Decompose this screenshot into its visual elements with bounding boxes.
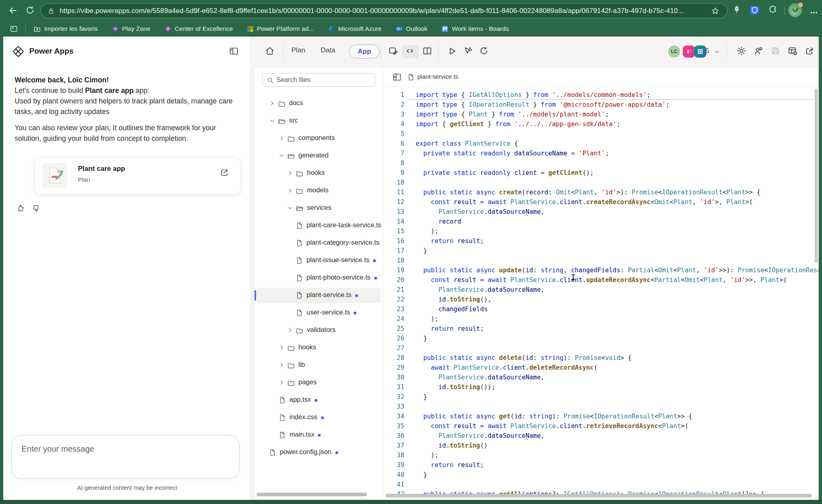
chevron-right-icon[interactable]: [278, 379, 285, 386]
tree-item-docs[interactable]: docs: [257, 96, 381, 111]
tree-item-index.css[interactable]: index.css: [257, 410, 381, 425]
code-line[interactable]: 24 );: [383, 314, 818, 324]
code-line[interactable]: 40 }: [383, 470, 818, 480]
refresh-icon[interactable]: [479, 46, 490, 57]
chevron-down-icon[interactable]: [287, 205, 293, 211]
code-line[interactable]: 12 const result = await PlantService.cli…: [383, 197, 818, 207]
code-line[interactable]: 1import type { IGetAllOptions } from '..…: [383, 90, 818, 100]
tab-plan[interactable]: Plan: [291, 46, 305, 54]
tree-item-generated[interactable]: generated: [257, 148, 381, 164]
feedback-icon[interactable]: [753, 46, 765, 57]
chevron-right-icon[interactable]: [278, 362, 285, 368]
code-line[interactable]: 6export class PlantService {: [383, 139, 818, 149]
bookmark-item[interactable]: Work items - Boards: [441, 25, 509, 32]
tree-item-user-service.ts[interactable]: user-service.ts: [257, 305, 381, 321]
code-line[interactable]: 25 return result;: [383, 324, 818, 334]
bookmark-item[interactable]: Importer les favoris: [33, 25, 98, 33]
code-line[interactable]: 3import type { Plant } from '../models/p…: [383, 110, 818, 119]
code-line[interactable]: 18: [383, 256, 818, 265]
code-line[interactable]: 10: [383, 178, 818, 187]
split-view-icon[interactable]: [422, 46, 434, 57]
editor-vertical-scrollbar[interactable]: [815, 88, 818, 263]
code-line[interactable]: 29 await PlantService.client.deleteRecor…: [383, 363, 818, 373]
chevron-down-icon[interactable]: [278, 153, 285, 159]
code-line[interactable]: 33: [383, 402, 818, 411]
tree-item-models[interactable]: models: [257, 183, 381, 198]
collapse-explorer-icon[interactable]: [392, 72, 402, 82]
chevron-right-icon[interactable]: [287, 170, 293, 176]
code-line[interactable]: 5: [383, 129, 818, 139]
badge-count[interactable]: 5: [705, 47, 709, 55]
thumbs-down-icon[interactable]: [32, 204, 41, 213]
code-line[interactable]: 8: [383, 158, 818, 168]
tree-item-validators[interactable]: validators: [257, 323, 381, 338]
code-area[interactable]: 1import type { IGetAllOptions } from '..…: [383, 87, 818, 500]
bookmark-item[interactable]: Microsoft Azure: [328, 25, 382, 32]
code-line[interactable]: 26 }: [383, 334, 818, 343]
thumbs-up-icon[interactable]: [16, 204, 25, 213]
code-line[interactable]: 15 );: [383, 226, 818, 236]
bookmark-item[interactable]: Play Zone: [112, 25, 151, 32]
editor-tab-title[interactable]: plant-service.ts: [417, 73, 458, 80]
code-line[interactable]: 38 );: [383, 450, 818, 460]
browser-menu-icon[interactable]: [809, 8, 818, 17]
chevron-right-icon[interactable]: [287, 187, 293, 194]
bookmarks-sidebar-icon[interactable]: [10, 25, 18, 33]
bookmark-item[interactable]: Outlook: [395, 25, 427, 32]
tree-item-plant-category-service.ts[interactable]: plant-category-service.ts: [257, 235, 381, 251]
chevron-right-icon[interactable]: [278, 345, 285, 351]
settings-gear-icon[interactable]: [736, 46, 748, 57]
browser-profile-avatar[interactable]: [788, 3, 802, 17]
code-line[interactable]: 28 public static async delete(id: string…: [383, 353, 818, 363]
bitwarden-extension-icon[interactable]: [749, 5, 761, 16]
tree-item-services[interactable]: services: [257, 200, 381, 216]
chevron-down-icon[interactable]: [714, 49, 720, 55]
code-line[interactable]: 9 private static readonly client = getCl…: [383, 168, 818, 178]
code-line[interactable]: 22 id.toString(),: [383, 295, 818, 304]
tree-item-plant-care-task-service.ts[interactable]: plant-care-task-service.ts: [257, 218, 381, 233]
code-line[interactable]: 4import { getClient } from '../../../app…: [383, 119, 818, 129]
code-line[interactable]: 30 PlantService.dataSourceName,: [383, 373, 818, 382]
code-line[interactable]: 2import type { IOperationResult } from '…: [383, 100, 818, 110]
chevron-down-icon[interactable]: [269, 118, 275, 124]
rocket-extension-icon[interactable]: [731, 5, 743, 16]
tree-item-src[interactable]: src: [257, 113, 381, 129]
address-bar[interactable]: https://vibe.powerapps.com/e/5589a4ed-5d…: [41, 3, 727, 18]
bookmark-item[interactable]: Center of Excellence: [164, 25, 233, 32]
ai-select-cursor-icon[interactable]: [463, 46, 474, 57]
code-line[interactable]: 34 public static async get(id: string): …: [383, 411, 818, 421]
tree-item-components[interactable]: components: [257, 131, 381, 146]
add-table-icon[interactable]: [787, 46, 799, 57]
code-line[interactable]: 19 public static async update(id: string…: [383, 265, 818, 275]
bookmark-star-icon[interactable]: [711, 6, 720, 15]
share-icon[interactable]: [805, 46, 816, 57]
message-composer[interactable]: [11, 435, 239, 479]
message-input[interactable]: [22, 442, 229, 456]
tree-item-plant-photo-service.ts[interactable]: plant-photo-service.ts: [257, 270, 381, 286]
tree-item-pages[interactable]: pages: [257, 375, 381, 390]
code-line[interactable]: 41: [383, 480, 818, 489]
table-grid-badge-icon[interactable]: [694, 45, 706, 58]
code-view-icon[interactable]: [405, 46, 416, 57]
code-line[interactable]: 23 changedFields: [383, 304, 818, 314]
design-view-icon[interactable]: [388, 46, 399, 57]
chevron-right-icon[interactable]: [269, 100, 275, 106]
play-preview-icon[interactable]: [447, 46, 458, 57]
tree-item-app.tsx[interactable]: app.tsx: [257, 392, 381, 408]
search-input[interactable]: [276, 75, 371, 85]
file-search[interactable]: [262, 73, 375, 87]
code-line[interactable]: 7 private static readonly dataSourceName…: [383, 149, 818, 158]
code-line[interactable]: 21 PlantService.dataSourceName,: [383, 285, 818, 295]
tree-item-plant-issue-service.ts[interactable]: plant-issue-service.ts: [257, 253, 381, 268]
code-line[interactable]: 32 }: [383, 392, 818, 402]
bookmark-item[interactable]: Power Platform ad...: [247, 25, 314, 32]
back-button[interactable]: [7, 5, 18, 16]
tab-data[interactable]: Data: [321, 46, 335, 54]
chevron-right-icon[interactable]: [287, 327, 293, 333]
files-horizontal-scrollbar[interactable]: [257, 493, 367, 496]
home-icon[interactable]: [265, 46, 276, 57]
plan-card[interactable]: Plant care app Plan: [35, 157, 241, 194]
tree-item-main.tsx[interactable]: main.tsx: [257, 427, 381, 443]
extensions-puzzle-icon[interactable]: [768, 5, 779, 16]
user-avatar[interactable]: LC: [668, 45, 680, 58]
